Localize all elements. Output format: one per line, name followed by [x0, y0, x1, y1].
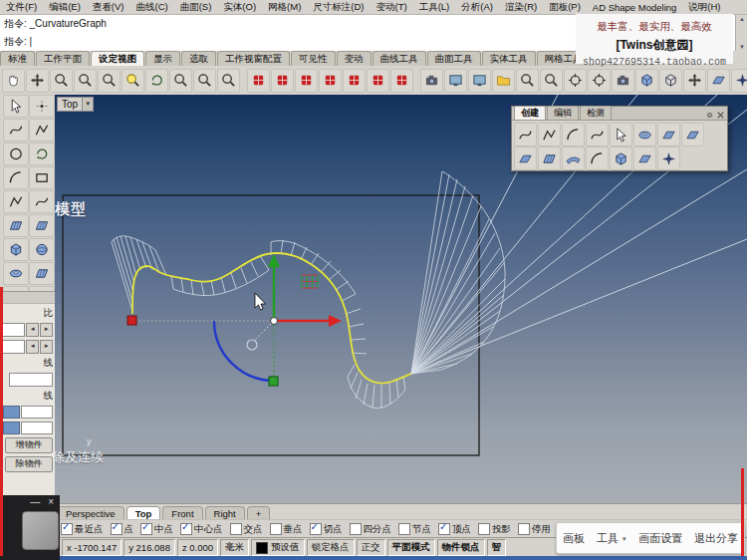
palette-tab[interactable]: 检测: [580, 106, 612, 120]
gumball-widget[interactable]: [127, 254, 342, 386]
surface-plan-icon[interactable]: [514, 146, 537, 170]
palette-tab[interactable]: 编辑: [547, 106, 579, 120]
preview-thumbnail[interactable]: [22, 511, 59, 550]
status-cell[interactable]: z 0.000: [177, 539, 218, 556]
status-cell[interactable]: 平面模式: [387, 539, 435, 556]
toolbar-tab[interactable]: 选取: [181, 51, 216, 66]
solid-slab-icon[interactable]: [29, 262, 55, 285]
top-viewport[interactable]: Top ▼ 模型 除及连续 y 创建编辑检测: [55, 95, 747, 503]
set-view-icon-6[interactable]: [367, 69, 389, 93]
surface-edge-icon[interactable]: [681, 123, 704, 146]
zoom-window-icon[interactable]: [74, 69, 97, 93]
u-color-field[interactable]: [21, 406, 53, 419]
status-cell[interactable]: y 216.088: [124, 539, 175, 556]
pan-hand-icon[interactable]: [2, 69, 25, 93]
toolbar-tab[interactable]: 工作视窗配置: [217, 51, 290, 66]
density-value-field[interactable]: [0, 340, 25, 354]
disc-surface-icon[interactable]: [633, 123, 656, 146]
view-blue-icon[interactable]: [635, 69, 658, 93]
checkbox-icon[interactable]: [398, 523, 410, 535]
adjustable-blend-icon[interactable]: [538, 123, 561, 146]
surface-corner-icon[interactable]: [657, 123, 680, 146]
polyline-icon[interactable]: [3, 190, 29, 213]
status-cell[interactable]: 正交: [357, 539, 385, 556]
checkbox-icon[interactable]: [230, 523, 242, 535]
rotate-view-icon[interactable]: [26, 69, 49, 93]
close-icon[interactable]: [716, 111, 725, 120]
u-color-swatch[interactable]: [3, 406, 20, 419]
spin-right-icon[interactable]: ►: [40, 340, 53, 354]
zoom-dynamic-icon[interactable]: [50, 69, 73, 93]
toolbar-tab[interactable]: 标准: [0, 51, 35, 66]
plane-surface-icon[interactable]: [633, 146, 656, 170]
circle-icon[interactable]: [3, 142, 29, 165]
zoom-selected-icon[interactable]: [98, 69, 121, 93]
rectangle-icon[interactable]: [29, 166, 55, 189]
set-view-icon-1[interactable]: [247, 69, 270, 93]
toolbar-tab[interactable]: 曲线工具: [373, 51, 426, 66]
curve-freeform-icon[interactable]: [3, 119, 29, 141]
share-button[interactable]: 工具: [593, 529, 631, 548]
share-button[interactable]: 退出分享: [690, 529, 742, 548]
named-view-camera-icon[interactable]: [420, 69, 443, 93]
menu-item[interactable]: 面板(P): [543, 1, 587, 14]
solid-box-icon[interactable]: [3, 238, 29, 261]
status-cell[interactable]: 毫米: [220, 539, 249, 556]
match-runner-icon[interactable]: [610, 123, 632, 146]
curve-start-point[interactable]: [127, 316, 136, 325]
scale-value-field[interactable]: [0, 323, 25, 337]
menu-item[interactable]: 网格(M): [262, 1, 307, 14]
curve-control-icon[interactable]: [29, 119, 55, 141]
osnap-toggle[interactable]: 点: [111, 523, 134, 536]
zoom-rotate-icon[interactable]: [145, 69, 168, 93]
spin-left-icon[interactable]: ◄: [26, 323, 39, 337]
arc-icon[interactable]: [3, 166, 29, 189]
menu-item[interactable]: AD Shape Modeling: [587, 2, 683, 13]
checkbox-icon[interactable]: [180, 523, 192, 535]
star-plane-icon-1[interactable]: [731, 69, 747, 93]
checkbox-icon[interactable]: [111, 523, 123, 535]
scroll-down-icon[interactable]: ▼: [739, 43, 745, 51]
toolbar-tab[interactable]: 工作平面: [36, 51, 90, 66]
viewport-tab[interactable]: Top: [126, 506, 161, 520]
blend-2-icon[interactable]: [586, 146, 609, 170]
toolbar-tab[interactable]: 曲面工具: [427, 51, 481, 66]
zoom-lens-icon[interactable]: [122, 69, 144, 93]
magnifier-icon[interactable]: [516, 69, 539, 93]
zoom-in-icon[interactable]: [169, 69, 192, 93]
gumball-scale-handle[interactable]: [269, 377, 278, 386]
viewport-layout-icon[interactable]: [468, 69, 491, 93]
spin-right-icon[interactable]: ►: [40, 323, 53, 337]
viewport-tab[interactable]: Right: [205, 506, 245, 520]
orbit-icon[interactable]: [29, 142, 55, 165]
status-cell[interactable]: 锁定格点: [307, 539, 355, 556]
minimize-icon[interactable]: —: [30, 496, 40, 507]
gumball-plane-handle[interactable]: [302, 275, 318, 288]
gear-icon[interactable]: [705, 111, 714, 120]
menu-item[interactable]: 说明(H): [682, 1, 726, 14]
osnap-toggle[interactable]: 四分点: [350, 523, 392, 536]
checkbox-icon[interactable]: [518, 523, 530, 535]
osnap-toggle[interactable]: 交点: [230, 523, 263, 536]
menu-item[interactable]: 查看(V): [87, 1, 130, 14]
command-scrollbar[interactable]: ▲ ▼: [735, 15, 747, 51]
v-color-swatch[interactable]: [3, 421, 20, 434]
zoom-out-icon[interactable]: [193, 69, 216, 93]
solid-torus-icon[interactable]: [3, 262, 29, 285]
checkbox-icon[interactable]: [310, 523, 322, 535]
target-icon[interactable]: [564, 69, 587, 93]
osnap-toggle[interactable]: 切点: [310, 523, 343, 536]
gumball-rotate-handle[interactable]: [247, 340, 257, 350]
surface-patch-icon[interactable]: [3, 214, 29, 237]
curve-handle-icon[interactable]: [29, 190, 55, 213]
menu-item[interactable]: 文件(F): [0, 1, 43, 14]
star-surface-icon[interactable]: [657, 146, 680, 170]
viewport-tab[interactable]: Front: [162, 506, 202, 520]
wireframe-box-icon[interactable]: [659, 69, 682, 93]
viewport-title[interactable]: Top ▼: [57, 97, 94, 112]
viewport-tab[interactable]: +: [247, 506, 271, 520]
osnap-toggle[interactable]: 最近点: [61, 523, 104, 536]
surface-hatch-icon[interactable]: [538, 146, 561, 170]
v-color-field[interactable]: [21, 421, 53, 434]
checkbox-icon[interactable]: [438, 523, 450, 535]
